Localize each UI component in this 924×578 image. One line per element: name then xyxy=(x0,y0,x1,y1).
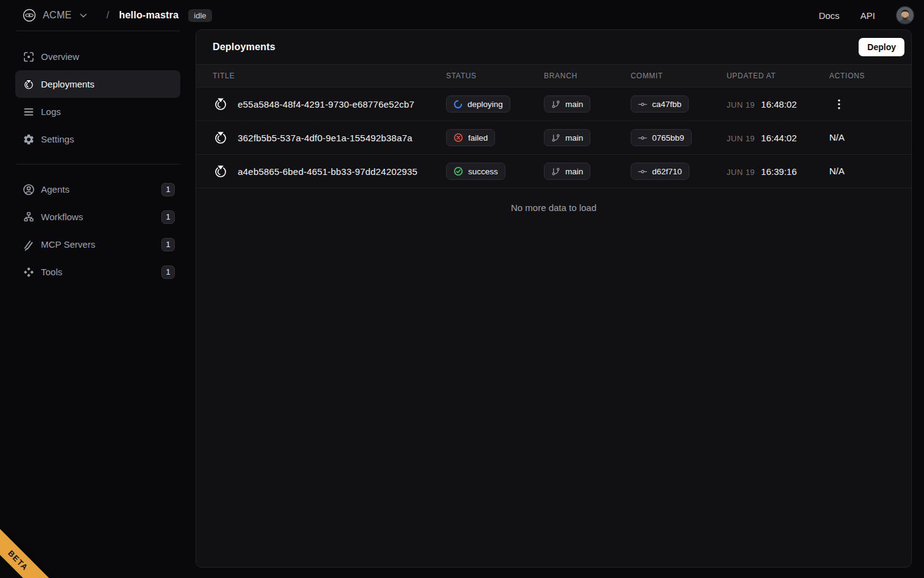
check-circle-icon xyxy=(453,166,463,176)
updated-date: JUN 19 xyxy=(727,100,755,109)
count-badge: 1 xyxy=(161,183,175,196)
commit-pill: 0765bb9 xyxy=(631,129,692,146)
workflow-tree-icon xyxy=(23,211,35,223)
sidebar-section-divider xyxy=(15,164,180,165)
mastra-deploy-icon xyxy=(23,78,35,91)
kebab-menu-icon[interactable] xyxy=(833,97,845,112)
docs-link[interactable]: Docs xyxy=(819,10,840,21)
git-branch-icon xyxy=(551,167,560,176)
deployment-title-cell: a4eb5865-6bed-4651-bb33-97dd24202935 xyxy=(213,163,446,179)
user-avatar[interactable] xyxy=(896,6,914,24)
status-badge: idle xyxy=(188,9,211,22)
sidebar-item-label: Overview xyxy=(41,51,79,62)
git-commit-icon xyxy=(638,100,647,109)
table-row[interactable]: 362fb5b5-537a-4df0-9e1a-155492b38a7a fai… xyxy=(196,121,911,155)
breadcrumb-separator: / xyxy=(106,9,109,21)
deployment-id: e55a5848-48f4-4291-9730-e68776e52cb7 xyxy=(238,99,414,109)
sidebar-item-workflows[interactable]: Workflows 1 xyxy=(15,203,180,231)
sidebar-item-deployments[interactable]: Deployments xyxy=(15,70,180,98)
mastra-deployment-icon xyxy=(213,130,229,146)
updated-time: 16:48:02 xyxy=(761,99,796,109)
column-header-updated-at: UPDATED AT xyxy=(727,72,829,80)
mastra-deployment-icon xyxy=(213,96,229,112)
deployments-panel: Deployments Deploy TITLE STATUS BRANCH C… xyxy=(196,29,912,568)
sidebar-secondary-nav: Agents 1 Workflows 1 xyxy=(15,176,180,286)
status-pill-success: success xyxy=(446,163,505,180)
branch-label: main xyxy=(565,100,583,109)
spinner-icon xyxy=(453,100,463,109)
deployment-id: 362fb5b5-537a-4df0-9e1a-155492b38a7a xyxy=(238,133,413,143)
panel-header: Deployments Deploy xyxy=(196,30,911,64)
branch-label: main xyxy=(565,133,583,143)
project-name: hello-mastra xyxy=(119,10,179,21)
commit-label: ca47fbb xyxy=(652,100,681,109)
sidebar-item-agents[interactable]: Agents 1 xyxy=(15,176,180,203)
acme-logo-icon[interactable] xyxy=(22,8,37,23)
deploy-button[interactable]: Deploy xyxy=(859,38,904,56)
count-badge: 1 xyxy=(161,265,175,279)
status-label: deploying xyxy=(468,100,503,109)
org-name[interactable]: ACME xyxy=(43,10,72,21)
topbar: ACME / hello-mastra idle Docs API xyxy=(0,0,924,31)
commit-pill: d62f710 xyxy=(631,163,689,180)
sidebar-item-overview[interactable]: Overview xyxy=(15,43,180,70)
actions-na: N/A xyxy=(829,166,845,176)
branch-pill: main xyxy=(544,163,590,180)
column-header-actions: ACTIONS xyxy=(829,72,911,80)
sidebar-primary-nav: Overview Deployments Logs xyxy=(15,31,180,153)
branch-label: main xyxy=(565,167,583,176)
commit-label: d62f710 xyxy=(652,167,682,176)
count-badge: 1 xyxy=(161,238,175,251)
count-badge: 1 xyxy=(161,210,175,224)
agent-person-icon xyxy=(23,183,35,196)
beta-ribbon-label: BETA xyxy=(6,548,30,572)
updated-at-cell: JUN 19 16:44:02 xyxy=(727,133,829,143)
sidebar-item-tools[interactable]: Tools 1 xyxy=(15,258,180,286)
gear-icon xyxy=(23,133,35,146)
sidebar-item-label: Agents xyxy=(41,184,70,195)
error-circle-icon xyxy=(453,133,463,143)
table-header: TITLE STATUS BRANCH COMMIT UPDATED AT AC… xyxy=(196,64,911,87)
sidebar-item-logs[interactable]: Logs xyxy=(15,98,180,125)
branch-pill: main xyxy=(544,95,590,113)
column-header-branch: BRANCH xyxy=(544,72,631,80)
table-row[interactable]: e55a5848-48f4-4291-9730-e68776e52cb7 dep… xyxy=(196,87,911,121)
page-title: Deployments xyxy=(213,42,276,53)
column-header-title: TITLE xyxy=(213,72,446,80)
branch-pill: main xyxy=(544,129,590,146)
updated-at-cell: JUN 19 16:48:02 xyxy=(727,99,829,109)
sidebar-item-label: Logs xyxy=(41,106,61,117)
empty-state-message: No more data to load xyxy=(196,202,911,213)
api-link[interactable]: API xyxy=(860,10,875,21)
mastra-deployment-icon xyxy=(213,163,229,179)
status-label: success xyxy=(468,167,498,176)
updated-date: JUN 19 xyxy=(727,134,755,143)
sidebar: Overview Deployments Logs xyxy=(0,31,196,286)
git-commit-icon xyxy=(638,167,647,176)
deployment-title-cell: 362fb5b5-537a-4df0-9e1a-155492b38a7a xyxy=(213,130,446,146)
mcp-icon xyxy=(23,239,35,251)
table-row[interactable]: a4eb5865-6bed-4651-bb33-97dd24202935 suc… xyxy=(196,155,911,188)
breadcrumb: ACME / hello-mastra idle xyxy=(22,8,212,23)
sidebar-item-label: Settings xyxy=(41,134,74,144)
sidebar-item-label: Workflows xyxy=(41,212,83,222)
git-branch-icon xyxy=(551,100,560,109)
updated-time: 16:39:16 xyxy=(761,166,796,177)
column-header-commit: COMMIT xyxy=(631,72,727,80)
commit-label: 0765bb9 xyxy=(652,133,684,143)
git-branch-icon xyxy=(551,133,560,143)
git-commit-icon xyxy=(638,133,647,143)
beta-ribbon: BETA xyxy=(0,524,55,578)
logs-lines-icon xyxy=(23,106,35,118)
sidebar-item-label: Tools xyxy=(41,267,62,277)
sidebar-item-label: Deployments xyxy=(41,79,95,89)
deployment-title-cell: e55a5848-48f4-4291-9730-e68776e52cb7 xyxy=(213,96,446,112)
overview-scan-icon xyxy=(23,51,35,63)
deployment-id: a4eb5865-6bed-4651-bb33-97dd24202935 xyxy=(238,166,417,177)
sidebar-item-mcp-servers[interactable]: MCP Servers 1 xyxy=(15,231,180,258)
tools-diamonds-icon xyxy=(23,266,35,278)
chevron-down-icon[interactable] xyxy=(80,13,87,18)
actions-na: N/A xyxy=(829,132,845,143)
sidebar-item-settings[interactable]: Settings xyxy=(15,125,180,153)
commit-pill: ca47fbb xyxy=(631,95,689,113)
